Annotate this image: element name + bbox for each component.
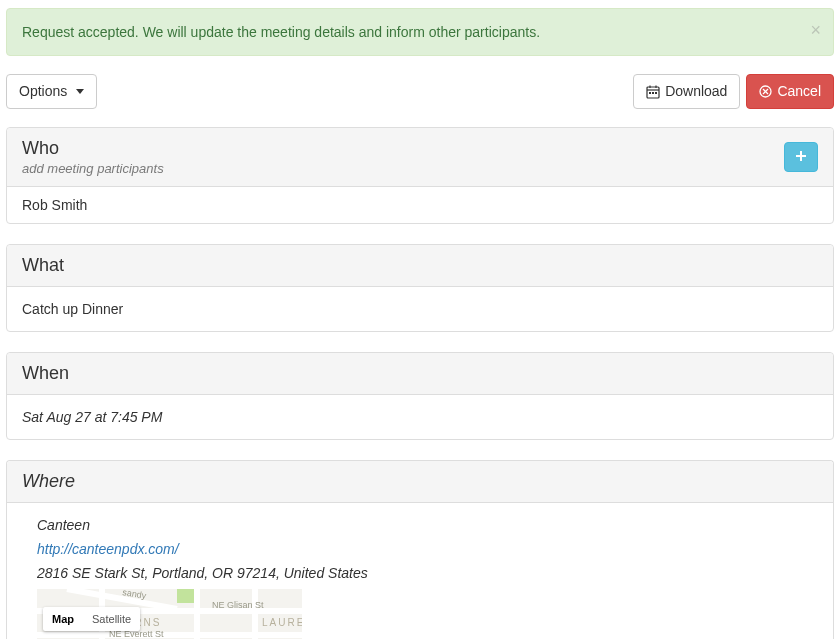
cancel-icon <box>759 85 772 98</box>
when-value: Sat Aug 27 at 7:45 PM <box>22 409 162 425</box>
alert-message: Request accepted. We will update the mee… <box>22 24 540 40</box>
when-body: Sat Aug 27 at 7:45 PM <box>7 395 833 439</box>
what-value: Catch up Dinner <box>22 301 123 317</box>
map-type-controls: Map Satellite <box>43 607 140 631</box>
where-body: Canteen http://canteenpdx.com/ 2816 SE S… <box>7 503 833 639</box>
panel-heading-where: Where <box>7 461 833 503</box>
calendar-icon <box>646 85 660 99</box>
cancel-label: Cancel <box>777 81 821 102</box>
panel-what: What Catch up Dinner <box>6 244 834 332</box>
svg-text:NE Glisan St: NE Glisan St <box>212 600 264 610</box>
plus-icon <box>795 148 807 166</box>
cancel-button[interactable]: Cancel <box>746 74 834 109</box>
participant-name: Rob Smith <box>22 197 87 213</box>
location-url[interactable]: http://canteenpdx.com/ <box>37 541 179 557</box>
panel-where: Where Canteen http://canteenpdx.com/ 281… <box>6 460 834 639</box>
add-participant-button[interactable] <box>784 142 818 172</box>
svg-rect-13 <box>177 589 195 603</box>
where-title: Where <box>22 471 75 492</box>
map-tab-satellite[interactable]: Satellite <box>83 607 140 631</box>
close-icon[interactable]: × <box>810 21 821 39</box>
map[interactable]: NE Glisan St NE Everett St sandy KERNS L… <box>37 589 302 639</box>
location-name: Canteen <box>37 517 818 533</box>
chevron-down-icon <box>76 89 84 94</box>
svg-rect-4 <box>649 92 651 94</box>
options-dropdown[interactable]: Options <box>6 74 97 109</box>
download-button[interactable]: Download <box>633 74 740 109</box>
map-tab-map[interactable]: Map <box>43 607 83 631</box>
panel-who: Who add meeting participants Rob Smith <box>6 127 834 224</box>
who-body: Rob Smith <box>7 187 833 223</box>
location-address: 2816 SE Stark St, Portland, OR 97214, Un… <box>37 565 818 581</box>
panel-when: When Sat Aug 27 at 7:45 PM <box>6 352 834 440</box>
svg-rect-5 <box>652 92 654 94</box>
options-label: Options <box>19 81 67 102</box>
alert-success: Request accepted. We will update the mee… <box>6 8 834 56</box>
what-title: What <box>22 255 64 276</box>
panel-heading-who: Who add meeting participants <box>7 128 833 187</box>
svg-text:LAUREL: LAUREL <box>262 617 302 628</box>
who-title: Who <box>22 138 164 159</box>
toolbar-right: Download Cancel <box>633 74 834 109</box>
panel-heading-what: What <box>7 245 833 287</box>
who-subtitle: add meeting participants <box>22 161 164 176</box>
svg-rect-6 <box>655 92 657 94</box>
panel-heading-when: When <box>7 353 833 395</box>
what-body: Catch up Dinner <box>7 287 833 331</box>
when-title: When <box>22 363 69 384</box>
download-label: Download <box>665 81 727 102</box>
toolbar: Options Download Cancel <box>6 74 834 109</box>
